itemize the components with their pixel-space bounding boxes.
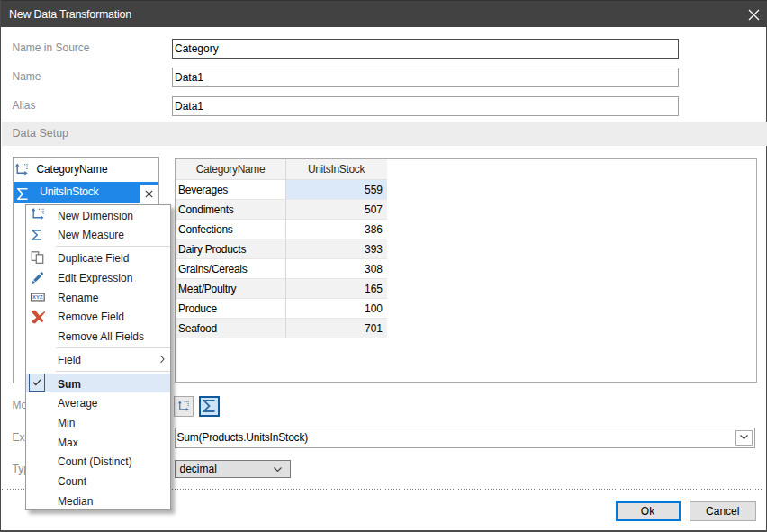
svg-text:XYZ: XYZ (32, 294, 43, 300)
